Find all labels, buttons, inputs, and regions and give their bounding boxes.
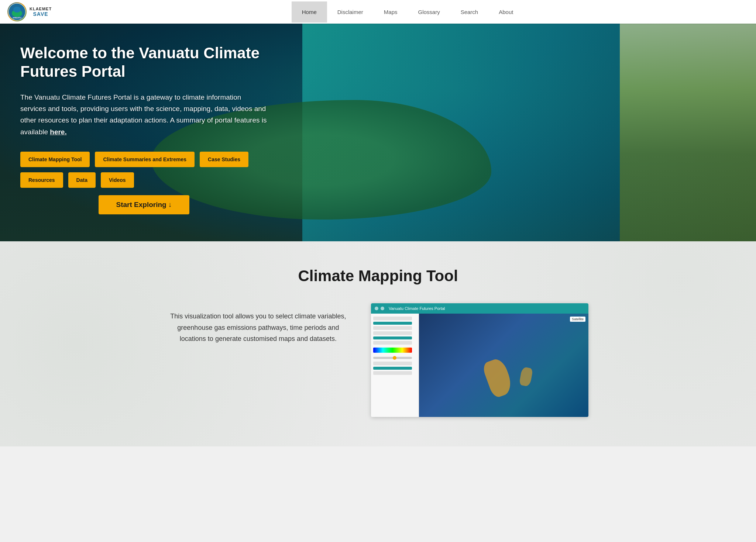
- ss-island-1: [481, 357, 515, 399]
- btn-case-studies[interactable]: Case Studies: [200, 152, 248, 167]
- ss-control-3: [373, 326, 412, 330]
- cmt-title: Climate Mapping Tool: [298, 267, 458, 285]
- cmt-section: Climate Mapping Tool This visualization …: [0, 241, 756, 446]
- ss-control-5: [373, 336, 412, 339]
- hero-description: The Vanuatu Climate Futures Portal is a …: [20, 92, 268, 138]
- vanuatu-logo: VANUATU: [7, 2, 27, 21]
- nav-home[interactable]: Home: [292, 1, 327, 23]
- hero-title: Welcome to the Vanuatu Climate Futures P…: [20, 44, 268, 81]
- klaemet-logo: KLAEMET SAVE: [30, 7, 52, 17]
- screenshot-sidebar: [371, 314, 419, 417]
- hero-content: Welcome to the Vanuatu Climate Futures P…: [0, 24, 288, 229]
- ss-satellite-label: Satellite: [570, 317, 585, 322]
- nav-search[interactable]: Search: [450, 1, 489, 23]
- hero-coast-overlay: [620, 24, 756, 241]
- btn-climate-summaries[interactable]: Climate Summaries and Extremes: [95, 152, 195, 167]
- screenshot-map: Satellite: [419, 314, 588, 417]
- nav-logos: VANUATU KLAEMET SAVE: [7, 2, 52, 21]
- screenshot-title: Vanuatu Climate Futures Portal: [389, 306, 445, 311]
- nav-maps[interactable]: Maps: [374, 1, 408, 23]
- ss-control-4: [373, 331, 412, 335]
- ss-dot-1: [375, 307, 378, 310]
- screenshot-header: Vanuatu Climate Futures Portal: [371, 303, 588, 314]
- nav-disclaimer[interactable]: Disclaimer: [327, 1, 374, 23]
- screenshot-body: Satellite: [371, 314, 588, 417]
- ss-control-8: [373, 367, 412, 370]
- navbar: VANUATU KLAEMET SAVE Home Disclaimer Map…: [0, 0, 756, 24]
- hero-here-link[interactable]: here.: [50, 128, 66, 136]
- svg-text:VANUATU: VANUATU: [13, 17, 21, 19]
- ss-colorbar: [373, 348, 412, 353]
- ss-control-2: [373, 322, 412, 325]
- nav-links: Home Disclaimer Maps Glossary Search Abo…: [66, 1, 749, 23]
- cmt-body: This visualization tool allows you to se…: [168, 303, 588, 417]
- btn-data[interactable]: Data: [68, 172, 96, 188]
- ss-control-9: [373, 371, 412, 375]
- svg-point-2: [13, 7, 21, 13]
- ss-dot-2: [381, 307, 384, 310]
- nav-about[interactable]: About: [488, 1, 523, 23]
- hero-section: Welcome to the Vanuatu Climate Futures P…: [0, 24, 756, 241]
- hero-buttons: Climate Mapping Tool Climate Summaries a…: [20, 152, 268, 188]
- btn-videos[interactable]: Videos: [101, 172, 134, 188]
- start-exploring-button[interactable]: Start Exploring ↓: [99, 195, 190, 214]
- cmt-screenshot: Vanuatu Climate Futures Portal: [371, 303, 588, 417]
- ss-control-6: [373, 341, 412, 345]
- cmt-description: This visualization tool allows you to se…: [168, 303, 349, 345]
- ss-control-7: [373, 362, 412, 365]
- ss-control-1: [373, 317, 412, 320]
- ss-island-2: [519, 367, 533, 387]
- ss-slider: [373, 357, 412, 359]
- btn-climate-mapping-tool[interactable]: Climate Mapping Tool: [20, 152, 90, 167]
- btn-resources[interactable]: Resources: [20, 172, 63, 188]
- nav-glossary[interactable]: Glossary: [408, 1, 450, 23]
